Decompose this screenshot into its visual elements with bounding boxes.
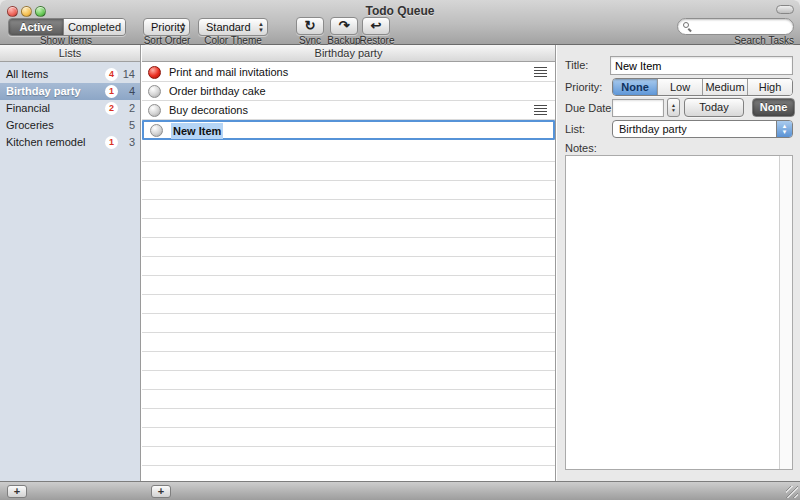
list-label: Financial [6,102,50,114]
search-field [677,18,794,35]
lists-sidebar: Lists All Items 4 14 Birthday party 1 4 … [0,45,141,481]
color-theme-popup[interactable]: Standard ▲▼ [198,18,268,36]
due-count-badge: 1 [105,136,118,149]
backup-button[interactable]: ↷ [330,17,358,35]
due-date-label: Due Date: [565,102,615,114]
total-count: 4 [120,83,135,100]
popup-arrows-icon: ▲▼ [180,21,186,33]
list-label: All Items [6,68,48,80]
add-task-button[interactable]: + [151,485,171,498]
backup-icon: ↷ [339,18,350,33]
task-row-editing[interactable]: New Item [142,120,555,140]
add-list-button[interactable]: + [7,485,27,498]
lists-header: Lists [0,45,140,62]
restore-button[interactable]: ↩ [362,17,390,35]
sidebar-item-financial[interactable]: Financial 2 2 [0,100,140,117]
task-list-panel: Birthday party Print and mail invitation… [142,45,556,481]
notes-icon [534,67,547,77]
sync-button[interactable]: ↻ [296,17,324,35]
priority-segmented: None Low Medium High [612,78,793,96]
notes-icon [534,105,547,115]
notes-label: Notes: [565,142,597,154]
search-icon [683,22,691,30]
total-count: 2 [120,100,135,117]
search-input[interactable] [696,20,790,33]
notes-textarea[interactable] [566,156,779,469]
list-popup[interactable]: Birthday party ▲▼ [612,120,793,138]
bottom-bar: + + [0,481,800,500]
window-title: Todo Queue [0,4,800,18]
toolbar-toggle-button[interactable] [776,5,794,14]
sort-order-popup[interactable]: Priority ▲▼ [143,18,190,36]
sync-icon: ↻ [305,18,316,33]
list-popup-value: Birthday party [619,123,687,135]
sidebar-item-groceries[interactable]: Groceries 5 [0,117,140,134]
popup-arrows-icon: ▲▼ [776,121,792,137]
sidebar-item-birthday-party[interactable]: Birthday party 1 4 [0,83,140,100]
show-items-completed-button[interactable]: Completed [63,19,125,35]
due-count-badge: 4 [105,68,118,81]
resize-grip[interactable] [786,486,798,498]
sidebar-item-kitchen-remodel[interactable]: Kitchen remodel 1 3 [0,134,140,151]
restore-icon: ↩ [371,18,382,33]
app-window: Todo Queue Active Completed Show Items P… [0,0,800,500]
notes-box [565,155,793,470]
task-row[interactable]: Print and mail invitations [142,63,555,82]
total-count: 14 [120,66,135,83]
task-title-edit-field[interactable]: New Item [171,123,223,139]
show-items-segmented: Active Completed [8,18,126,36]
popup-arrows-icon: ▲▼ [258,21,264,33]
list-label: Birthday party [6,85,81,97]
due-date-input[interactable] [612,99,664,117]
priority-dot-icon[interactable] [148,104,161,117]
sidebar-item-all-items[interactable]: All Items 4 14 [0,66,140,83]
show-items-active-button[interactable]: Active [9,19,63,35]
task-list-header: Birthday party [142,45,555,62]
priority-dot-icon[interactable] [148,85,161,98]
priority-high-button[interactable]: High [747,79,792,95]
task-row[interactable]: Buy decorations [142,101,555,120]
due-date-stepper[interactable]: ▲▼ [667,98,680,117]
task-title: Order birthday cake [169,82,266,100]
color-theme-value: Standard [206,21,251,33]
priority-none-button[interactable]: None [613,79,657,95]
due-date-none-button[interactable]: None [752,98,795,117]
task-title: Buy decorations [169,101,248,119]
stepper-down-icon: ▼ [671,108,676,113]
task-title: Print and mail invitations [169,63,288,81]
priority-dot-icon[interactable] [150,124,163,137]
lists-list: All Items 4 14 Birthday party 1 4 Financ… [0,62,140,151]
task-row[interactable]: Order birthday cake [142,82,555,101]
list-label: Groceries [6,119,54,131]
list-label: Kitchen remodel [6,136,86,148]
content-area: Lists All Items 4 14 Birthday party 1 4 … [0,45,800,481]
priority-low-button[interactable]: Low [657,79,702,95]
empty-task-rows [142,143,555,481]
titlebar-toolbar: Todo Queue Active Completed Show Items P… [0,0,800,45]
total-count: 5 [120,117,135,134]
task-inspector-panel: Title: Priority: None Low Medium High Du… [557,45,800,481]
due-count-badge: 2 [105,102,118,115]
priority-label: Priority: [565,81,602,93]
due-date-today-button[interactable]: Today [684,98,744,117]
title-label: Title: [565,59,588,71]
priority-medium-button[interactable]: Medium [702,79,747,95]
task-rows: Print and mail invitations Order birthda… [142,63,555,140]
due-count-badge: 1 [105,85,118,98]
list-label: List: [565,123,585,135]
notes-scrollbar-track[interactable] [779,156,792,469]
priority-dot-icon[interactable] [148,66,161,79]
title-input[interactable] [610,56,793,75]
total-count: 3 [120,134,135,151]
